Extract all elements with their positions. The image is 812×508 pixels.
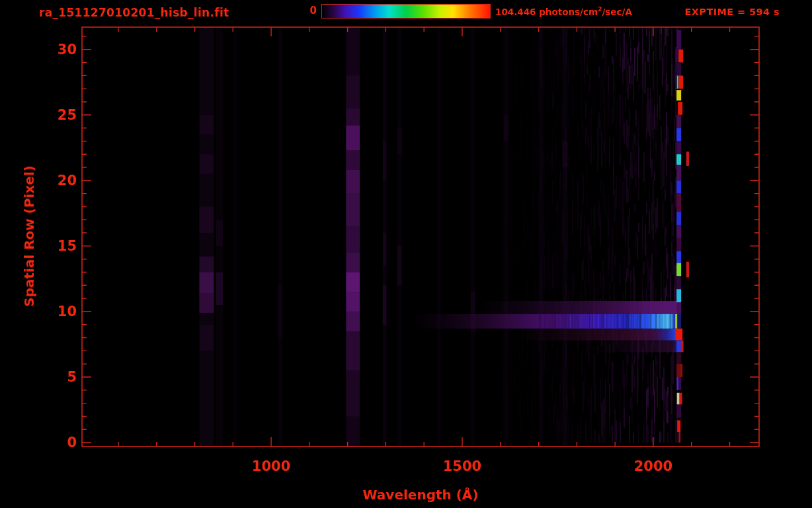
colorbar-max-label: 104.446 photons/cm2/sec/A: [495, 6, 632, 17]
y-tick-label: 0: [67, 435, 77, 450]
x-tick-label: 1000: [252, 458, 290, 474]
colorbar-min-label: 0: [310, 5, 317, 17]
colorbar-max-units: /sec/A: [602, 7, 632, 17]
y-tick-label: 30: [58, 42, 77, 58]
spectrogram-plot: [0, 0, 812, 508]
y-tick-label: 5: [67, 369, 77, 385]
colorbar: [321, 4, 491, 19]
exptime-label: EXPTIME = 594 s: [684, 7, 780, 17]
x-tick-label: 1500: [443, 458, 481, 474]
spectrogram-window: ra_151127010201_hisb_lin.fit 0 104.446 p…: [0, 0, 812, 508]
file-title: ra_151127010201_hisb_lin.fit: [39, 6, 229, 19]
y-axis-title: Spatial Row (Pixel): [21, 165, 37, 307]
y-tick-label: 20: [58, 173, 77, 189]
y-tick-label: 10: [58, 304, 77, 319]
colorbar-max-value: 104.446 photons/cm: [495, 7, 598, 17]
y-tick-label: 25: [58, 107, 77, 123]
x-tick-label: 2000: [634, 458, 672, 474]
y-tick-label: 15: [58, 238, 77, 254]
x-axis-title: Wavelength (Å): [363, 487, 479, 503]
